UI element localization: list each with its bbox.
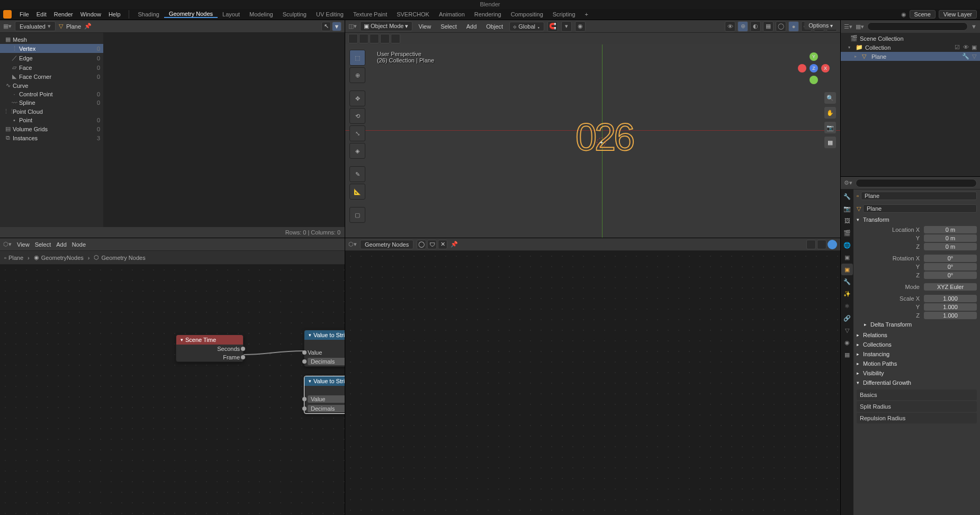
node-value-to-string-2[interactable]: ▾Value to String String Value0.000 Decim… — [304, 376, 345, 414]
select-mode-icon[interactable] — [359, 34, 368, 43]
nodegroup-name[interactable]: Geometry Nodes — [360, 240, 413, 249]
camera-icon[interactable]: 📷 — [824, 122, 836, 133]
outliner-collection[interactable]: ▾📁Collection☑👁▣ — [841, 43, 980, 52]
loc-x[interactable]: 0 m — [924, 226, 977, 233]
arrow-icon[interactable]: ↖ — [321, 22, 331, 31]
props-search[interactable] — [856, 179, 977, 187]
move-tool[interactable]: ✥ — [349, 91, 365, 106]
ne-menu-select[interactable]: Select — [35, 241, 51, 248]
workspace-tab[interactable]: Animation — [434, 11, 470, 17]
scale-tool[interactable]: ⤡ — [349, 125, 365, 141]
options-dropdown[interactable]: Options ▾ — [804, 21, 837, 30]
scene-name-field[interactable]: Scene — [910, 10, 936, 19]
nav-gizmo[interactable]: Y X Z — [798, 52, 830, 84]
select-mode-icon[interactable] — [380, 34, 390, 43]
loc-y[interactable]: 0 m — [924, 234, 977, 242]
ne-menu-add[interactable]: Add — [56, 241, 67, 248]
tree-item-facecorner[interactable]: ◣Face Corner0 — [0, 72, 103, 81]
node-value-to-string-1[interactable]: ▾Value to String String Value Decimals0 — [304, 330, 345, 367]
tree-item-point[interactable]: •Point0 — [0, 116, 103, 124]
repulsion-radius[interactable]: Repulsion Radius — [857, 413, 977, 423]
tree-cat-pointcloud[interactable]: ⋮⋮Point Cloud — [0, 107, 103, 116]
workspace-tab[interactable]: Scripting — [548, 11, 580, 17]
pin-icon[interactable]: 📌 — [84, 23, 92, 30]
workspace-tab[interactable]: Sculpting — [278, 11, 311, 17]
workspace-tab[interactable]: Shading — [133, 11, 164, 17]
filter-icon[interactable]: ▼ — [332, 22, 341, 31]
vp-menu-object[interactable]: Object — [483, 23, 506, 30]
crumb-plane[interactable]: ▫ Plane — [4, 255, 23, 261]
gizmo-icon[interactable]: ⊕ — [738, 21, 748, 32]
node-scene-time[interactable]: ▾Scene Time Seconds Frame — [176, 335, 244, 362]
workspace-tab[interactable]: Texture Paint — [348, 11, 392, 17]
overlay-icon[interactable]: 👁 — [725, 21, 735, 32]
tab-physics[interactable]: ⚛ — [841, 300, 853, 312]
add-workspace[interactable]: + — [580, 11, 593, 17]
pin-icon[interactable]: 📌 — [451, 241, 458, 248]
panel-transform[interactable]: ▾Transform — [853, 215, 980, 224]
object-name[interactable]: Plane — [66, 23, 81, 30]
menu-render[interactable]: Render — [50, 11, 77, 17]
menu-edit[interactable]: Edit — [33, 11, 50, 17]
editor-type-icon[interactable]: ◫▾ — [348, 23, 357, 30]
panel-diffgrowth[interactable]: ▾Differential Growth — [853, 378, 980, 387]
shading-wire[interactable]: ◯ — [776, 21, 786, 32]
view-layer-field[interactable]: View Layer — [939, 10, 977, 19]
viewport-canvas[interactable]: User Perspective (26) Collection | Plane… — [345, 44, 840, 238]
addcube-tool[interactable]: ▢ — [349, 207, 365, 223]
data-crumb[interactable]: Plane — [863, 204, 977, 213]
shield-icon[interactable]: 🛡 — [427, 240, 437, 249]
close-icon[interactable]: ✕ — [438, 240, 447, 249]
outliner-search[interactable] — [867, 22, 968, 31]
scale-x[interactable]: 1.000 — [924, 295, 977, 302]
tree-item-face[interactable]: ▱Face0 — [0, 63, 103, 72]
display-mode-icon[interactable]: ▦▾ — [856, 23, 864, 30]
workspace-tab[interactable]: Rendering — [470, 11, 506, 17]
workspace-tab[interactable]: SVERCHOK — [392, 11, 434, 17]
snap-icon[interactable]: 🧲 — [547, 21, 558, 32]
shading-solid[interactable]: ● — [788, 21, 799, 32]
vp-menu-view[interactable]: View — [416, 23, 435, 30]
select-mode-icon[interactable] — [370, 34, 379, 43]
panel-collections[interactable]: ▸Collections — [853, 340, 980, 349]
tree-cat-mesh[interactable]: ▦Mesh — [0, 35, 103, 44]
rot-y[interactable]: 0° — [924, 263, 977, 270]
rot-x[interactable]: 0° — [924, 255, 977, 262]
xray-icon[interactable]: ▦ — [763, 21, 774, 32]
proportional-icon[interactable]: ◉ — [575, 21, 586, 32]
crumb-modifier[interactable]: ◉ GeometryNodes — [34, 254, 84, 261]
loc-z[interactable]: 0 m — [924, 243, 977, 250]
panel-relations[interactable]: ▸Relations — [853, 330, 980, 340]
scale-z[interactable]: 1.000 — [924, 312, 977, 319]
tab-data[interactable]: ▽ — [841, 324, 853, 336]
workspace-tab[interactable]: UV Editing — [311, 11, 348, 17]
tree-cat-curve[interactable]: ∿Curve — [0, 81, 103, 90]
node-canvas[interactable]: ▾Scene Time Seconds Frame ▾Value to Stri… — [0, 265, 345, 515]
zoom-icon[interactable]: 🔍 — [824, 92, 836, 104]
tab-texture[interactable]: ▦ — [841, 349, 853, 360]
filter-icon[interactable]: ▼ — [971, 23, 977, 30]
rot-mode[interactable]: XYZ Euler — [924, 283, 977, 291]
editor-type-icon[interactable]: ⬡▾ — [348, 241, 357, 248]
tree-cat-volume[interactable]: ▤Volume Grids0 — [0, 124, 103, 133]
tab-render[interactable]: 🔧 — [841, 191, 853, 202]
annotate-tool[interactable]: ✎ — [349, 166, 365, 182]
editor-type-icon[interactable]: ⬡▾ — [3, 241, 12, 248]
tab-particles[interactable]: ✨ — [841, 288, 853, 300]
pan-icon[interactable]: ✋ — [824, 107, 836, 119]
scale-y[interactable]: 1.000 — [924, 303, 977, 311]
snap-dropdown[interactable]: ▾ — [561, 21, 572, 32]
outliner-plane[interactable]: ▸▽Plane🔧▽ — [841, 52, 980, 61]
ne-icon[interactable] — [817, 240, 826, 249]
vp-menu-select[interactable]: Select — [437, 23, 460, 30]
panel-motionpaths[interactable]: ▸Motion Paths — [853, 359, 980, 368]
ne-icon[interactable] — [828, 240, 837, 249]
object-crumb[interactable]: Plane — [861, 192, 977, 200]
tab-world[interactable]: 🌐 — [841, 239, 853, 251]
transform-tool[interactable]: ◈ — [349, 143, 365, 159]
menu-window[interactable]: Window — [77, 11, 105, 17]
ne-icon[interactable] — [806, 240, 816, 249]
tab-modifiers[interactable]: 🔧 — [841, 276, 853, 287]
tree-item-spline[interactable]: 〰Spline0 — [0, 98, 103, 107]
panel-delta[interactable]: ▸Delta Transform — [857, 320, 977, 329]
